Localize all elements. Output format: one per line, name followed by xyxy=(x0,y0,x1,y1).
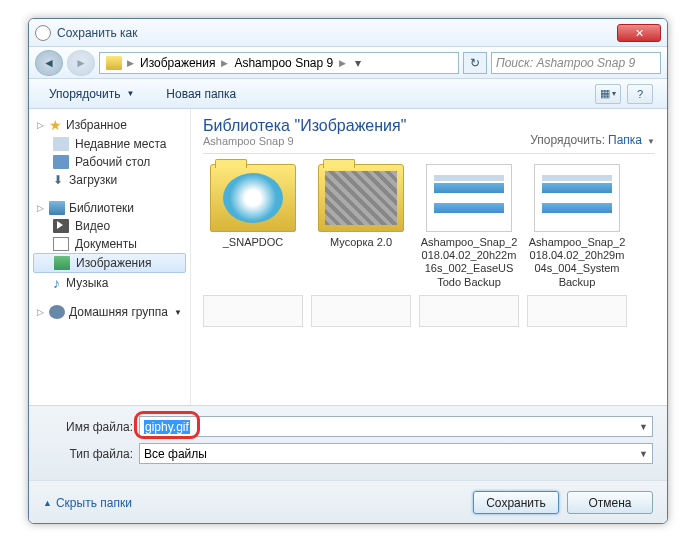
pictures-icon xyxy=(54,256,70,270)
chevron-down-icon: ▼ xyxy=(174,308,182,317)
filename-input[interactable]: giphy.gif ▼ xyxy=(139,416,653,437)
filetype-value: Все файлы xyxy=(144,447,207,461)
chrome-icon xyxy=(35,25,51,41)
filename-value: giphy.gif xyxy=(144,420,190,434)
desktop-icon xyxy=(53,155,69,169)
file-item[interactable]: Ashampoo_Snap_2018.04.02_20h22m16s_002_E… xyxy=(419,164,519,289)
star-icon: ★ xyxy=(49,117,62,133)
library-subtitle: Ashampoo Snap 9 xyxy=(203,135,406,147)
file-item[interactable] xyxy=(419,295,519,327)
sidebar-group-libraries[interactable]: ▷ Библиотеки xyxy=(29,199,190,217)
item-label: Ashampoo_Snap_2018.04.02_20h29m04s_004_S… xyxy=(527,236,627,289)
window-title: Сохранить как xyxy=(57,26,617,40)
library-title: Библиотека "Изображения" xyxy=(203,117,406,135)
folder-item[interactable]: _SNAPDOC xyxy=(203,164,303,289)
file-item[interactable] xyxy=(311,295,411,327)
file-fields: Имя файла: giphy.gif ▼ Тип файла: Все фа… xyxy=(29,405,667,480)
breadcrumb-pictures[interactable]: Изображения xyxy=(137,55,218,71)
sidebar: ▷ ★ Избранное Недавние места Рабочий сто… xyxy=(29,109,191,405)
filetype-label: Тип файла: xyxy=(43,447,139,461)
file-item[interactable]: Ashampoo_Snap_2018.04.02_20h29m04s_004_S… xyxy=(527,164,627,289)
chevron-down-icon: ▼ xyxy=(126,89,134,98)
collapse-icon: ▷ xyxy=(37,203,45,213)
file-item[interactable] xyxy=(203,295,303,327)
sidebar-item-downloads[interactable]: ⬇Загрузки xyxy=(29,171,190,189)
file-item[interactable] xyxy=(527,295,627,327)
sidebar-group-favorites[interactable]: ▷ ★ Избранное xyxy=(29,115,190,135)
sidebar-item-desktop[interactable]: Рабочий стол xyxy=(29,153,190,171)
search-input[interactable]: Поиск: Ashampoo Snap 9 xyxy=(491,52,661,74)
folder-icon xyxy=(318,164,404,232)
address-bar[interactable]: ▶ Изображения ▶ Ashampoo Snap 9 ▶ ▾ xyxy=(99,52,459,74)
toolbar: Упорядочить▼ Новая папка ▦▾ ? xyxy=(29,79,667,109)
sort-control[interactable]: Упорядочить: Папка ▼ xyxy=(530,133,655,147)
bottom-bar: ▲ Скрыть папки Сохранить Отмена xyxy=(29,480,667,524)
collapse-icon: ▷ xyxy=(37,120,45,130)
chevron-up-icon: ▲ xyxy=(43,498,52,508)
item-label: _SNAPDOC xyxy=(203,236,303,249)
filetype-select[interactable]: Все файлы ▼ xyxy=(139,443,653,464)
hide-folders-button[interactable]: ▲ Скрыть папки xyxy=(43,496,132,510)
nav-bar: ◄ ► ▶ Изображения ▶ Ashampoo Snap 9 ▶ ▾ … xyxy=(29,47,667,79)
homegroup-icon xyxy=(49,305,65,319)
recent-icon xyxy=(53,137,69,151)
back-button[interactable]: ◄ xyxy=(35,50,63,76)
address-dropdown[interactable]: ▾ xyxy=(349,56,367,70)
chevron-down-icon: ▼ xyxy=(647,137,655,146)
filename-label: Имя файла: xyxy=(43,420,139,434)
chevron-down-icon[interactable]: ▼ xyxy=(639,422,648,432)
save-button[interactable]: Сохранить xyxy=(473,491,559,514)
collapse-icon: ▷ xyxy=(37,307,45,317)
organize-button[interactable]: Упорядочить▼ xyxy=(39,84,144,104)
sidebar-item-pictures[interactable]: Изображения xyxy=(33,253,186,273)
document-icon xyxy=(53,237,69,251)
refresh-button[interactable]: ↻ xyxy=(463,52,487,74)
folder-icon xyxy=(106,56,122,70)
download-icon: ⬇ xyxy=(53,173,63,187)
breadcrumb-folder[interactable]: Ashampoo Snap 9 xyxy=(231,55,336,71)
sidebar-item-videos[interactable]: Видео xyxy=(29,217,190,235)
sidebar-item-documents[interactable]: Документы xyxy=(29,235,190,253)
folder-item[interactable]: Мусорка 2.0 xyxy=(311,164,411,289)
sidebar-group-homegroup[interactable]: ▷ Домашняя группа ▼ xyxy=(29,303,190,321)
item-label: Мусорка 2.0 xyxy=(311,236,411,249)
chevron-down-icon[interactable]: ▼ xyxy=(639,449,648,459)
search-placeholder: Поиск: Ashampoo Snap 9 xyxy=(496,56,635,70)
item-label: Ashampoo_Snap_2018.04.02_20h22m16s_002_E… xyxy=(419,236,519,289)
titlebar: Сохранить как ✕ xyxy=(29,19,667,47)
folder-icon xyxy=(210,164,296,232)
new-folder-button[interactable]: Новая папка xyxy=(156,84,246,104)
content-pane: Библиотека "Изображения" Ashampoo Snap 9… xyxy=(191,109,667,405)
libraries-icon xyxy=(49,201,65,215)
chevron-right-icon: ▶ xyxy=(339,58,346,68)
chevron-right-icon: ▶ xyxy=(127,58,134,68)
sidebar-item-music[interactable]: ♪Музыка xyxy=(29,273,190,293)
screenshot-thumbnail xyxy=(426,164,512,232)
cancel-button[interactable]: Отмена xyxy=(567,491,653,514)
sidebar-item-recent[interactable]: Недавние места xyxy=(29,135,190,153)
forward-button[interactable]: ► xyxy=(67,50,95,76)
view-button[interactable]: ▦▾ xyxy=(595,84,621,104)
close-button[interactable]: ✕ xyxy=(617,24,661,42)
chevron-right-icon: ▶ xyxy=(221,58,228,68)
help-button[interactable]: ? xyxy=(627,84,653,104)
video-icon xyxy=(53,219,69,233)
music-icon: ♪ xyxy=(53,275,60,291)
save-as-dialog: Сохранить как ✕ ◄ ► ▶ Изображения ▶ Asha… xyxy=(28,18,668,524)
screenshot-thumbnail xyxy=(534,164,620,232)
